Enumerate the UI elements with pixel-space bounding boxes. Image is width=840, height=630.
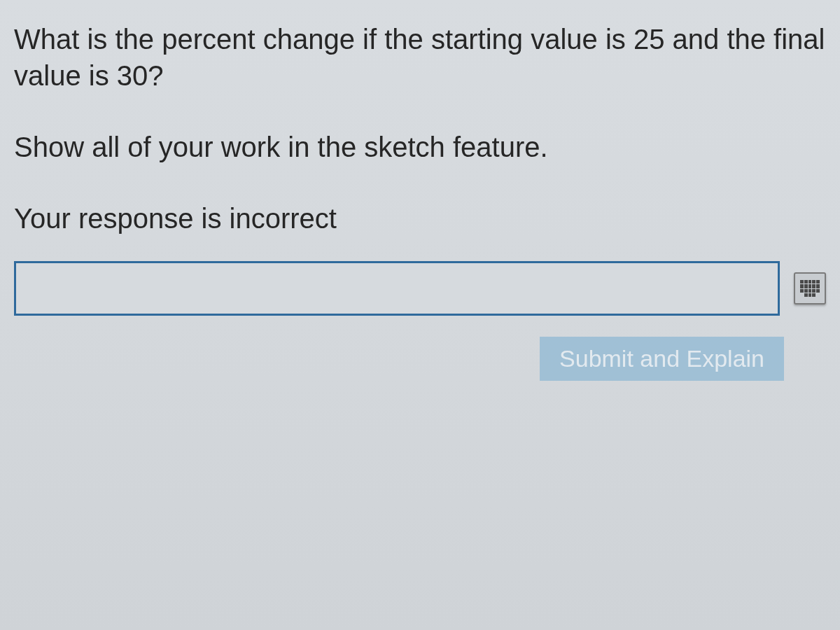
button-row: Submit and Explain — [14, 337, 826, 381]
keypad-icon — [800, 280, 820, 297]
math-keypad-button[interactable] — [794, 272, 826, 304]
question-prompt: What is the percent change if the starti… — [14, 21, 826, 94]
instruction-text: Show all of your work in the sketch feat… — [14, 129, 826, 165]
answer-input[interactable] — [14, 261, 780, 316]
answer-input-row — [14, 261, 826, 316]
feedback-message: Your response is incorrect — [14, 200, 826, 237]
submit-and-explain-button[interactable]: Submit and Explain — [540, 337, 784, 381]
